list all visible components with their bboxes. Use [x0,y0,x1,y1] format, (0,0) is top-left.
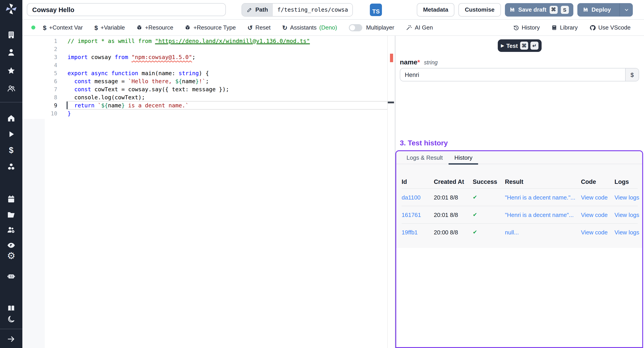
name-field-input[interactable] [400,68,625,81]
view-logs-link[interactable]: View logs [614,229,639,236]
view-code-link[interactable]: View code [581,194,614,200]
docs-book-icon[interactable] [0,304,22,313]
code-token: return [74,102,94,109]
code-editor[interactable]: 1// import * as wmill from "https://deno… [22,36,395,348]
dark-mode-moon-icon[interactable] [0,315,22,324]
success-check-icon: ✔ [473,212,505,218]
created-at: 20:01 8/8 [434,211,473,218]
robot-icon[interactable] [0,272,22,280]
resources-cubes-icon[interactable] [0,162,22,171]
home-icon[interactable] [0,114,22,122]
line-number: 10 [22,110,57,118]
code-line[interactable]: 10} [22,110,395,118]
add-resource-button[interactable]: +Resource [136,24,173,31]
metadata-button[interactable]: Metadata [417,3,454,16]
scrollbar-position-marker[interactable] [388,102,394,103]
code-token: // import * as wmill from [68,38,155,44]
code-token: import [68,54,88,60]
favorites-star-icon[interactable] [0,66,22,75]
view-code-link[interactable]: View code [581,211,614,218]
save-icon [582,7,588,12]
result-link[interactable]: null... [505,229,581,236]
code-token [108,70,111,76]
clock-history-icon [513,24,519,31]
customise-button[interactable]: Customise [459,3,501,16]
expand-arrow-right-icon[interactable] [0,334,22,344]
result-link[interactable]: "Henri is a decent name."... [505,194,581,200]
runs-play-icon[interactable] [0,130,22,139]
code-token: ${ [175,78,182,84]
success-check-icon: ✔ [473,194,505,200]
test-history-heading: 3. Test history [400,139,644,147]
status-dot [31,26,35,30]
deploy-dropdown-button[interactable] [620,3,633,16]
code-token: name [108,102,122,109]
tab-history[interactable]: History [448,151,478,164]
refresh-icon: ↻ [282,24,287,31]
rotate-ccw-icon: ↺ [247,24,252,31]
ai-gen-button[interactable]: AI Gen [406,24,433,31]
path-chip[interactable]: Path f/testing_roles/cowsa [242,3,353,16]
code-line[interactable]: 4 [22,61,395,69]
user-icon[interactable] [0,48,22,57]
deploy-button[interactable]: Deploy [577,3,633,16]
assistants-button[interactable]: ↻ Assistants (Deno) [282,24,337,31]
view-logs-link[interactable]: View logs [614,211,639,218]
code-text: console.log(cowText); [68,94,145,102]
workspace-building-icon[interactable] [0,30,22,39]
code-token: } [122,102,125,109]
deploy-label: Deploy [592,6,611,13]
line-number: 8 [22,94,57,102]
code-token: ` [98,102,101,109]
save-draft-button[interactable]: Save draft ⌘ S [505,3,573,16]
code-token [68,102,74,109]
magic-wand-icon [406,24,412,31]
code-text: export async function main(name: string)… [68,69,209,78]
view-logs-link[interactable]: View logs [614,194,639,200]
tab-logs-result[interactable]: Logs & Result [401,151,448,164]
library-button[interactable]: Library [552,24,578,31]
schedules-calendar-icon[interactable] [0,194,22,204]
code-line[interactable]: 5export async function main(name: string… [22,69,395,78]
code-token: async [91,70,108,76]
add-variable-button[interactable]: $ +Variable [94,24,125,31]
script-title-input[interactable] [27,3,226,16]
code-token [68,78,74,84]
settings-gear-icon[interactable]: ⚙ [0,252,22,260]
use-vscode-button[interactable]: Use VScode [589,24,630,31]
folders-icon[interactable] [0,210,22,219]
code-line[interactable]: 3import cowsay from "npm:cowsay@1.5.0"; [22,53,395,61]
test-button[interactable]: ▶ Test ⌘ ↵ [498,39,541,52]
add-resource-type-button[interactable]: +Resource Type [185,24,236,31]
code-line[interactable]: 6 const message = `Hello there, ${name}!… [22,78,395,86]
code-token: function [111,70,138,76]
sidebar-divider [0,102,22,102]
path-value[interactable]: f/testing_roles/cowsa [273,3,352,16]
windmill-logo-icon[interactable] [0,3,22,15]
code-token: export [68,70,88,76]
line-number: 5 [22,69,57,78]
variable-picker-button[interactable]: $ [625,68,639,81]
code-line[interactable]: 2 [22,45,395,53]
variables-dollar-icon[interactable]: $ [0,146,22,155]
add-context-var-button[interactable]: $ +Context Var [43,24,83,31]
code-line[interactable]: 9 return `${name} is a decent name.` [22,102,395,110]
multiplayer-toggle[interactable] [348,24,362,31]
argument-field: name* string $ [395,58,644,82]
run-id-link[interactable]: 19ffb1 [402,229,434,236]
result-link[interactable]: "Henri is a decent name"... [505,211,581,218]
groups-icon[interactable] [0,84,22,93]
history-table: Id Created At Success Result Code Logs d… [396,175,642,241]
code-line[interactable]: 8 console.log(cowText); [22,94,395,102]
run-id-link[interactable]: 161761 [402,211,434,218]
run-id-link[interactable]: da1100 [402,194,434,200]
reset-button[interactable]: ↺ Reset [247,24,270,31]
text-cursor [67,102,68,109]
audit-eye-icon[interactable] [0,241,22,250]
line-number: 7 [22,86,57,94]
code-line[interactable]: 1// import * as wmill from "https://deno… [22,37,395,45]
history-button[interactable]: History [513,24,540,31]
view-code-link[interactable]: View code [581,229,614,236]
workers-users-gear-icon[interactable] [0,226,22,234]
code-line[interactable]: 7 const cowText = cowsay.say({ text: mes… [22,86,395,94]
